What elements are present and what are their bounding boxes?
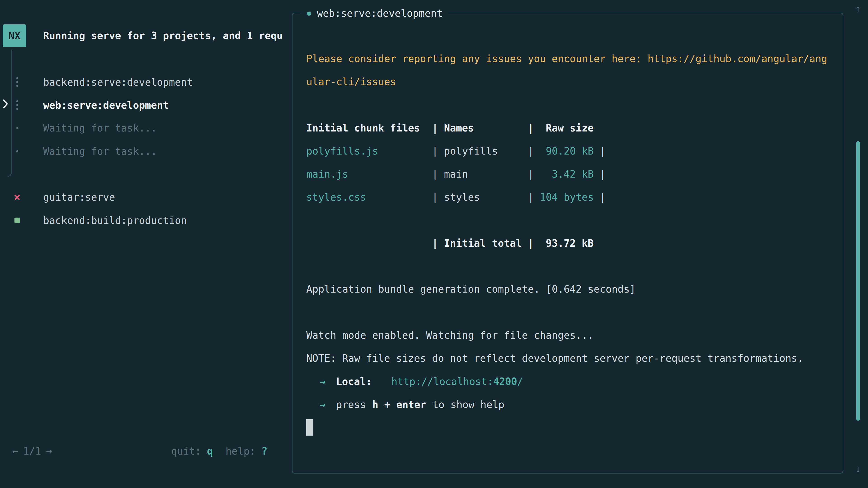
- terminal-pane: ● web:serve:development Please consider …: [292, 13, 843, 474]
- scrollbar: ↑ ↓: [852, 0, 864, 488]
- help-keys-line: → press h + enter to show help: [306, 393, 834, 416]
- task-label: backend:build:production: [43, 215, 187, 226]
- url-port: 4200: [493, 376, 517, 387]
- failed-x-icon: ×: [12, 191, 23, 203]
- pipe-separator: |: [528, 168, 540, 180]
- terminal-output: Please consider reporting any issues you…: [292, 13, 843, 473]
- pager-page-label: 1/1: [23, 445, 41, 457]
- pager-prev-icon[interactable]: ←: [12, 445, 18, 457]
- chunk-file: polyfills.js: [306, 145, 432, 157]
- spinner-icon: [12, 104, 23, 106]
- header-files: Initial chunk files: [306, 122, 432, 134]
- chunk-size: 90.20 kB: [540, 145, 594, 157]
- url-prefix: http://localhost:: [391, 376, 493, 387]
- chunk-name: main: [444, 168, 528, 180]
- url-suffix: /: [517, 376, 523, 387]
- pipe-separator: |: [432, 122, 444, 134]
- arrow-icon: →: [320, 376, 326, 387]
- pipe-separator: |: [528, 145, 540, 157]
- total-label: Initial total: [444, 237, 528, 249]
- notice-line-1: Please consider reporting any issues you…: [306, 47, 834, 70]
- task-label: Waiting for task...: [43, 145, 157, 157]
- terminal-cursor: [306, 419, 313, 435]
- scroll-down-icon[interactable]: ↓: [852, 464, 864, 475]
- task-row-web-serve-selected[interactable]: web:serve:development: [0, 94, 292, 117]
- pipe-separator: |: [528, 237, 540, 249]
- notice-line-2: ular-cli/issues: [306, 70, 834, 93]
- pipe-separator: |: [528, 122, 540, 134]
- help-line-pre: press: [336, 399, 366, 410]
- note-message: NOTE: Raw file sizes do not reflect deve…: [306, 347, 834, 370]
- pipe-separator: |: [594, 168, 606, 180]
- pipe-separator: |: [432, 237, 444, 249]
- task-row-guitar-serve[interactable]: × guitar:serve: [0, 186, 292, 208]
- header-names: Names: [444, 122, 528, 134]
- task-label: Waiting for task...: [43, 122, 157, 134]
- bundle-complete-message: Application bundle generation complete. …: [306, 278, 834, 301]
- chunk-name: styles: [444, 191, 528, 203]
- pipe-separator: |: [594, 145, 606, 157]
- total-size: 93.72 kB: [540, 237, 594, 249]
- scrollbar-thumb[interactable]: [856, 141, 860, 421]
- chunk-table-total-row: | Initial total | 93.72 kB: [306, 232, 834, 255]
- task-label: backend:serve:development: [43, 76, 193, 88]
- blank-line: [306, 301, 834, 324]
- blank-line: [306, 255, 834, 278]
- sidebar: NX Running serve for 3 projects, and 1 r…: [0, 0, 292, 488]
- pipe-separator: |: [432, 145, 444, 157]
- pager: ← 1/1 →: [12, 440, 52, 462]
- quit-hint-label: quit:: [171, 445, 201, 457]
- task-row-waiting-1[interactable]: Waiting for task...: [0, 116, 292, 139]
- localhost-link[interactable]: http://localhost:4200/: [391, 376, 523, 387]
- waiting-dot-icon: [12, 127, 23, 129]
- blank-line: [306, 208, 834, 232]
- arrow-icon: →: [320, 399, 326, 410]
- task-row-backend-serve[interactable]: backend:serve:development: [0, 70, 292, 94]
- waiting-dot-icon: [12, 150, 23, 152]
- help-key: ?: [261, 445, 268, 457]
- scroll-up-icon[interactable]: ↑: [852, 3, 864, 14]
- sidebar-header-title: Running serve for 3 projects, and 1 requ: [43, 29, 290, 42]
- chunk-file: styles.css: [306, 191, 432, 203]
- help-line-keys: h + enter: [372, 399, 426, 410]
- spinner-icon: [12, 81, 23, 83]
- chunk-table-row: polyfills.js | polyfills | 90.20 kB |: [306, 139, 834, 162]
- task-label: web:serve:development: [43, 99, 169, 111]
- chunk-name: polyfills: [444, 145, 528, 157]
- success-square-icon: [12, 218, 23, 223]
- pipe-separator: |: [432, 168, 444, 180]
- task-row-waiting-2[interactable]: Waiting for task...: [0, 140, 292, 163]
- pipe-separator: |: [594, 191, 606, 203]
- task-row-backend-build[interactable]: backend:build:production: [0, 209, 292, 232]
- local-url-line: → Local: http://localhost:4200/: [306, 370, 834, 393]
- blank-line: [306, 93, 834, 116]
- chunk-table-row: styles.css | styles | 104 bytes |: [306, 186, 834, 208]
- quit-key: q: [207, 445, 213, 457]
- help-hint-label: help:: [225, 445, 255, 457]
- chunk-size: 104 bytes: [540, 191, 594, 203]
- keyboard-hints: quit: q help: ?: [171, 440, 268, 462]
- watch-mode-message: Watch mode enabled. Watching for file ch…: [306, 324, 834, 347]
- chunk-table-row: main.js | main | 3.42 kB |: [306, 162, 834, 186]
- task-label: guitar:serve: [43, 191, 115, 203]
- pipe-separator: |: [432, 191, 444, 203]
- chunk-file: main.js: [306, 168, 432, 180]
- cursor-line: [306, 416, 834, 439]
- pipe-separator: |: [528, 191, 540, 203]
- selected-chevron-icon: [2, 99, 9, 111]
- nx-logo: NX: [3, 24, 26, 47]
- pager-next-icon[interactable]: →: [46, 445, 52, 457]
- header-size: Raw size: [540, 122, 594, 134]
- chunk-size: 3.42 kB: [540, 168, 594, 180]
- local-label: Local:: [336, 376, 372, 387]
- chunk-table-header: Initial chunk files | Names | Raw size: [306, 116, 834, 139]
- help-line-post: to show help: [432, 399, 504, 410]
